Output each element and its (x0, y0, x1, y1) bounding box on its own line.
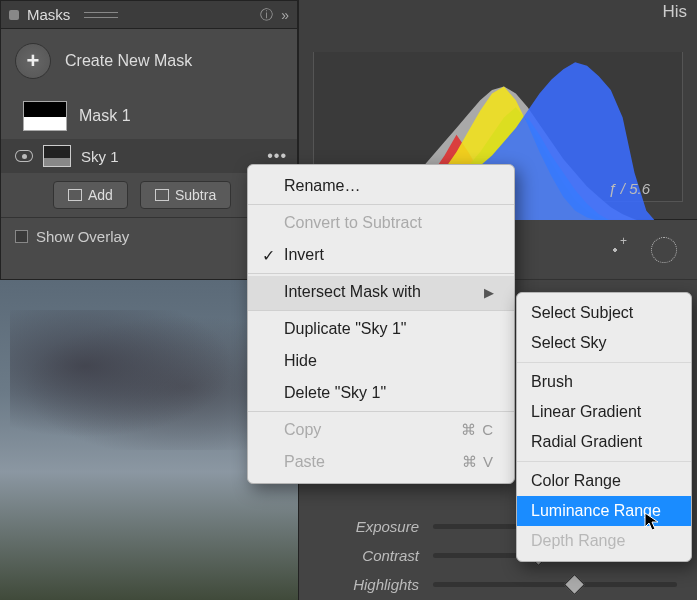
ctx-paste: Paste ⌘ V (248, 446, 514, 478)
dotted-circle-icon[interactable] (651, 237, 677, 263)
ctx-paste-shortcut: ⌘ V (462, 453, 494, 471)
sub-depth-range: Depth Range (517, 526, 691, 556)
show-overlay-label: Show Overlay (36, 228, 129, 245)
highlights-track (433, 582, 677, 587)
add-label: Add (88, 187, 113, 203)
ctx-convert: Convert to Subtract (248, 207, 514, 239)
ctx-paste-label: Paste (284, 453, 325, 470)
show-overlay-checkbox[interactable] (15, 230, 28, 243)
masks-icon (9, 10, 19, 20)
intersect-submenu: Select Subject Select Sky Brush Linear G… (516, 292, 692, 562)
ctx-duplicate[interactable]: Duplicate "Sky 1" (248, 313, 514, 345)
mask1-label: Mask 1 (79, 107, 131, 125)
masks-panel-header[interactable]: Masks ⓘ » (1, 1, 297, 29)
ctx-intersect[interactable]: Intersect Mask with ▶ (248, 276, 514, 311)
plus-icon[interactable]: + (15, 43, 51, 79)
add-point-icon[interactable] (605, 240, 625, 260)
submenu-sep-2 (517, 461, 691, 462)
ctx-intersect-label: Intersect Mask with (284, 283, 421, 301)
create-new-mask-label: Create New Mask (65, 52, 192, 70)
subtract-icon (155, 189, 169, 201)
sky1-thumb (43, 145, 71, 167)
help-icon[interactable]: ⓘ (260, 6, 273, 24)
sky1-label: Sky 1 (81, 148, 119, 165)
context-menu: Rename… Convert to Subtract Invert Inter… (247, 164, 515, 484)
highlights-label: Highlights (299, 576, 419, 593)
mask1-thumb (23, 101, 67, 131)
sub-luminance-range[interactable]: Luminance Range (517, 496, 691, 526)
masks-title: Masks (27, 6, 70, 23)
mask-row-mask1[interactable]: Mask 1 (1, 93, 297, 139)
ctx-delete[interactable]: Delete "Sky 1" (248, 377, 514, 412)
more-icon[interactable]: ••• (267, 147, 287, 165)
f-stop-readout: ƒ / 5.6 (608, 180, 650, 197)
ctx-rename[interactable]: Rename… (248, 170, 514, 205)
ctx-copy-label: Copy (284, 421, 321, 438)
ctx-hide[interactable]: Hide (248, 345, 514, 377)
sub-radial-gradient[interactable]: Radial Gradient (517, 427, 691, 457)
sub-select-subject[interactable]: Select Subject (517, 298, 691, 328)
submenu-arrow-icon: ▶ (484, 285, 494, 300)
exposure-label: Exposure (299, 518, 419, 535)
preview-cloud (10, 310, 260, 450)
sub-select-sky[interactable]: Select Sky (517, 328, 691, 358)
visibility-icon[interactable] (15, 150, 33, 162)
drag-handle-icon[interactable] (84, 12, 118, 18)
ctx-invert[interactable]: Invert (248, 239, 514, 274)
contrast-label: Contrast (299, 547, 419, 564)
histogram-title: His (662, 2, 687, 22)
ctx-copy-shortcut: ⌘ C (461, 421, 494, 439)
sub-linear-gradient[interactable]: Linear Gradient (517, 397, 691, 427)
add-icon (68, 189, 82, 201)
submenu-sep-1 (517, 362, 691, 363)
subtract-button[interactable]: Subtra (140, 181, 231, 209)
collapse-icon[interactable]: » (281, 7, 289, 23)
sub-brush[interactable]: Brush (517, 367, 691, 397)
sub-color-range[interactable]: Color Range (517, 466, 691, 496)
highlights-slider[interactable]: Highlights (299, 570, 697, 599)
create-new-mask-button[interactable]: + Create New Mask (1, 29, 297, 93)
ctx-copy: Copy ⌘ C (248, 414, 514, 446)
subtract-label: Subtra (175, 187, 216, 203)
add-button[interactable]: Add (53, 181, 128, 209)
